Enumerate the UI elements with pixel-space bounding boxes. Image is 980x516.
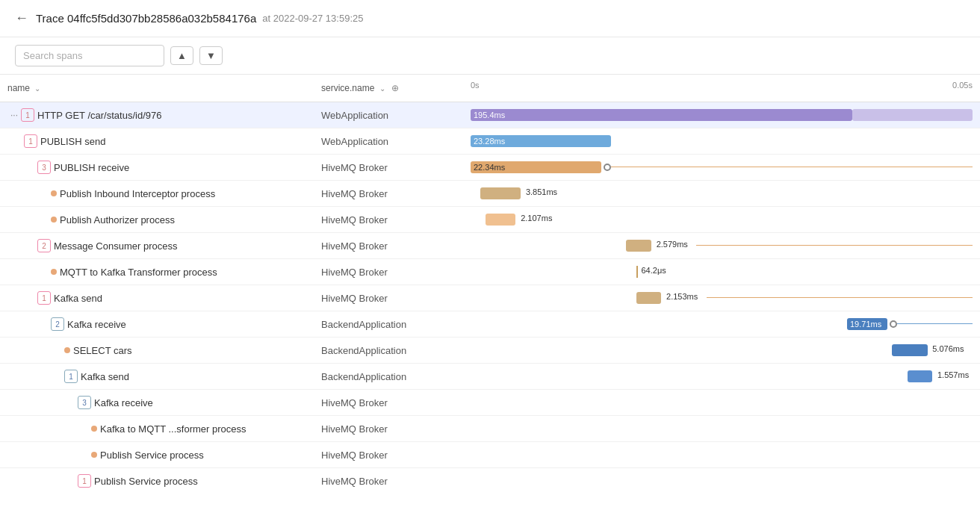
expand-badge[interactable]: 1 bbox=[24, 134, 37, 148]
span-timeline-cell: 3.851ms bbox=[463, 181, 980, 207]
span-timeline-cell: 1.557ms bbox=[463, 364, 980, 390]
span-bar: 195.4ms bbox=[471, 109, 852, 121]
span-service-cell: HiveMQ Broker bbox=[314, 233, 463, 259]
span-timeline-cell: 23.28ms bbox=[463, 128, 980, 155]
span-service-cell: WebApplication bbox=[314, 128, 463, 155]
span-service-cell: HiveMQ Broker bbox=[314, 207, 463, 233]
span-timeline-cell bbox=[463, 442, 980, 468]
span-label: Message Consumer process bbox=[54, 240, 177, 252]
span-line bbox=[611, 167, 973, 167]
span-dot-icon bbox=[51, 217, 57, 223]
expand-badge[interactable]: 2 bbox=[51, 317, 64, 331]
span-timeline-cell: 19.71ms bbox=[463, 311, 980, 338]
table-row[interactable]: Publish Service processHiveMQ Broker bbox=[0, 442, 980, 468]
table-row[interactable]: 1PUBLISH sendWebApplication23.28ms bbox=[0, 128, 980, 155]
span-service-cell: HiveMQ Broker bbox=[314, 468, 463, 494]
span-bar bbox=[908, 370, 933, 382]
expand-badge[interactable]: 1 bbox=[21, 108, 34, 122]
span-name-cell: Publish Authorizer process bbox=[0, 207, 314, 233]
span-name-cell: ···1HTTP GET /car/status/id/976 bbox=[0, 102, 314, 128]
span-service-cell: HiveMQ Broker bbox=[314, 181, 463, 207]
expand-dots[interactable]: ··· bbox=[10, 110, 18, 120]
table-row[interactable]: ···1HTTP GET /car/status/id/976WebApplic… bbox=[0, 102, 980, 128]
span-bar-ext bbox=[852, 109, 973, 121]
span-label: MQTT to Kafka Transformer process bbox=[60, 267, 217, 278]
span-name-cell: 3PUBLISH receive bbox=[0, 155, 314, 181]
span-label: Publish Inbound Interceptor process bbox=[60, 188, 215, 199]
table-row[interactable]: 2Kafka receiveBackendApplication19.71ms bbox=[0, 311, 980, 338]
span-service-cell: HiveMQ Broker bbox=[314, 259, 463, 285]
span-service-cell: BackendApplication bbox=[314, 338, 463, 364]
table-row[interactable]: 1Kafka sendHiveMQ Broker2.153ms bbox=[0, 285, 980, 311]
span-name-cell: Publish Inbound Interceptor process bbox=[0, 181, 314, 207]
span-label: Publish Service process bbox=[94, 476, 198, 487]
prev-button[interactable]: ▲ bbox=[170, 46, 193, 65]
span-timeline-cell: 22.34ms bbox=[463, 155, 980, 181]
span-dot-icon bbox=[51, 269, 57, 275]
expand-badge[interactable]: 1 bbox=[64, 370, 78, 383]
circle-marker bbox=[604, 164, 611, 171]
span-line bbox=[897, 323, 973, 324]
service-column-header[interactable]: service.name ⌄ ⊕ bbox=[314, 75, 463, 102]
search-input[interactable] bbox=[15, 45, 164, 66]
table-row[interactable]: Kafka to MQTT ...sformer processHiveMQ B… bbox=[0, 416, 980, 442]
span-service-cell: HiveMQ Broker bbox=[314, 155, 463, 181]
span-timeline-cell: 64.2μs bbox=[463, 259, 980, 285]
table-row[interactable]: 1Kafka sendBackendApplication1.557ms bbox=[0, 364, 980, 390]
span-name-cell: SELECT cars bbox=[0, 338, 314, 364]
span-name-cell: 2Kafka receive bbox=[0, 311, 314, 338]
span-name-cell: 1Kafka send bbox=[0, 364, 314, 390]
service-filter-icon[interactable]: ⊕ bbox=[391, 83, 399, 93]
span-bar bbox=[626, 240, 651, 252]
circle-marker bbox=[890, 320, 897, 328]
bar-label: 2.153ms bbox=[666, 292, 698, 301]
span-dot-icon bbox=[91, 452, 97, 458]
expand-badge[interactable]: 1 bbox=[37, 291, 51, 305]
span-dot-icon bbox=[51, 190, 57, 196]
name-column-header[interactable]: name ⌄ bbox=[0, 75, 314, 102]
timeline-column-header: 0s 0.05s bbox=[463, 75, 980, 102]
bar-label: 1.557ms bbox=[937, 370, 969, 379]
span-name-cell: 2Message Consumer process bbox=[0, 233, 314, 259]
span-vline bbox=[636, 266, 638, 278]
span-timeline-cell: 195.4ms bbox=[463, 102, 980, 128]
sort-icon: ⌄ bbox=[34, 84, 40, 93]
spans-table-container: name ⌄ service.name ⌄ ⊕ 0s 0.05s bbox=[0, 75, 980, 494]
expand-badge[interactable]: 3 bbox=[37, 161, 51, 174]
table-row[interactable]: SELECT carsBackendApplication5.076ms bbox=[0, 338, 980, 364]
span-label: HTTP GET /car/status/id/976 bbox=[37, 110, 161, 121]
table-row[interactable]: Publish Authorizer processHiveMQ Broker2… bbox=[0, 207, 980, 233]
table-row[interactable]: Publish Inbound Interceptor processHiveM… bbox=[0, 181, 980, 207]
span-label: Kafka to MQTT ...sformer process bbox=[100, 423, 246, 435]
span-label: SELECT cars bbox=[73, 345, 132, 356]
span-dot-icon bbox=[91, 426, 97, 432]
span-timeline-cell: 2.153ms bbox=[463, 285, 980, 311]
span-service-cell: HiveMQ Broker bbox=[314, 442, 463, 468]
next-button[interactable]: ▼ bbox=[199, 46, 223, 65]
span-label: PUBLISH receive bbox=[54, 162, 129, 173]
expand-badge[interactable]: 1 bbox=[78, 474, 91, 488]
span-label: Kafka send bbox=[54, 293, 102, 304]
span-service-cell: BackendApplication bbox=[314, 364, 463, 390]
bar-label: 2.107ms bbox=[521, 214, 552, 223]
timeline-end-label: 0.05s bbox=[952, 81, 973, 90]
span-name-cell: Publish Service process bbox=[0, 442, 314, 468]
span-name-cell: 3Kafka receive bbox=[0, 390, 314, 416]
table-row[interactable]: 3PUBLISH receiveHiveMQ Broker22.34ms bbox=[0, 155, 980, 181]
expand-badge[interactable]: 3 bbox=[78, 396, 91, 409]
table-row[interactable]: 2Message Consumer processHiveMQ Broker2.… bbox=[0, 233, 980, 259]
table-row[interactable]: 1Publish Service processHiveMQ Broker bbox=[0, 468, 980, 494]
span-timeline-cell: 5.076ms bbox=[463, 338, 980, 364]
app-container: ← Trace 04ffc5f5dd307bb28586a032b584176a… bbox=[0, 0, 980, 494]
table-row[interactable]: MQTT to Kafka Transformer processHiveMQ … bbox=[0, 259, 980, 285]
expand-badge[interactable]: 2 bbox=[37, 239, 51, 252]
toolbar: ▲ ▼ bbox=[0, 37, 980, 75]
span-name-cell: 1Publish Service process bbox=[0, 468, 314, 494]
header: ← Trace 04ffc5f5dd307bb28586a032b584176a… bbox=[0, 0, 980, 37]
bar-label: 2.579ms bbox=[657, 240, 688, 249]
back-button[interactable]: ← bbox=[15, 10, 28, 26]
span-dot-icon bbox=[64, 347, 70, 353]
span-name-cell: Kafka to MQTT ...sformer process bbox=[0, 416, 314, 442]
table-row[interactable]: 3Kafka receiveHiveMQ Broker bbox=[0, 390, 980, 416]
span-bar bbox=[636, 292, 662, 304]
